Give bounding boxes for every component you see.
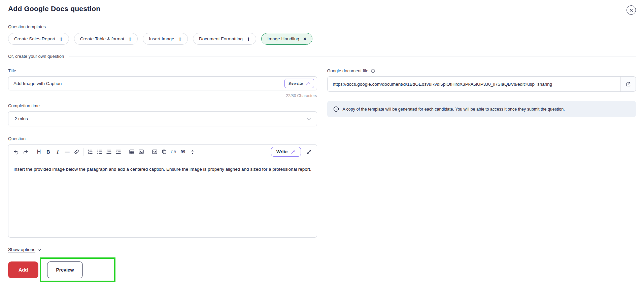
- editor-toolbar: H B I —: [8, 145, 317, 159]
- divider-line: [69, 56, 636, 56]
- chip-label: Insert Image: [149, 36, 174, 41]
- write-label: Write: [276, 149, 288, 154]
- add-google-docs-question-modal: Add Google Docs question Question templa…: [0, 0, 644, 282]
- chevron-down-icon: [37, 247, 41, 251]
- template-chips-row: Create Sales Report + Create Table & for…: [8, 33, 636, 45]
- title-label: Title: [8, 68, 317, 73]
- close-icon: [629, 8, 634, 12]
- show-options-link[interactable]: Show options: [8, 247, 41, 252]
- bold-icon[interactable]: B: [44, 148, 53, 156]
- question-templates-label: Question templates: [8, 24, 636, 29]
- template-chip-create-table-format[interactable]: Create Table & format +: [74, 33, 138, 45]
- code-badge-icon[interactable]: CB: [169, 148, 178, 156]
- highlight-box: Preview: [40, 257, 115, 282]
- plus-icon: +: [59, 36, 63, 42]
- rewrite-label: Rewrite: [289, 81, 303, 86]
- copy-icon[interactable]: [160, 148, 168, 156]
- footer-actions: Add Preview: [8, 257, 317, 282]
- indent-increase-icon[interactable]: [105, 148, 113, 156]
- chevron-down-icon: [307, 116, 311, 120]
- toolbar-separator: [125, 148, 125, 156]
- template-copy-note: A copy of the template will be generated…: [327, 101, 636, 117]
- italic-icon[interactable]: I: [54, 148, 62, 156]
- info-icon: [333, 106, 339, 112]
- open-external-button[interactable]: [620, 77, 636, 91]
- title-input-wrap: Rewrite: [8, 76, 317, 90]
- redo-icon[interactable]: [21, 148, 30, 156]
- plus-icon: +: [178, 36, 182, 42]
- question-editor: H B I —: [8, 144, 317, 238]
- expand-vertical-icon[interactable]: [188, 148, 197, 156]
- note-text: A copy of the template will be generated…: [343, 107, 565, 112]
- chip-label: Create Sales Report: [14, 36, 55, 41]
- chip-label: Document Formatting: [199, 36, 243, 41]
- template-chip-document-formatting[interactable]: Document Formatting +: [193, 33, 256, 45]
- external-link-icon: [625, 81, 631, 87]
- add-button[interactable]: Add: [8, 261, 38, 278]
- insert-image-icon[interactable]: [137, 148, 145, 156]
- heading-icon[interactable]: H: [35, 148, 43, 156]
- unordered-list-icon[interactable]: [95, 148, 104, 156]
- undo-icon[interactable]: [12, 148, 20, 156]
- preview-button[interactable]: Preview: [47, 261, 83, 278]
- right-column: Google document file A copy of the templ…: [327, 68, 636, 282]
- ordered-list-icon[interactable]: [86, 148, 94, 156]
- horizontal-rule-icon[interactable]: —: [63, 148, 71, 156]
- title-input[interactable]: [13, 81, 281, 86]
- question-label: Question: [8, 136, 317, 141]
- plus-icon: +: [247, 36, 250, 42]
- own-question-divider: Or, create your own question: [8, 54, 636, 59]
- template-chip-insert-image[interactable]: Insert Image +: [143, 33, 188, 45]
- rewrite-button[interactable]: Rewrite: [284, 79, 314, 88]
- table-icon[interactable]: [128, 148, 136, 156]
- close-button[interactable]: [626, 5, 636, 15]
- info-icon: [371, 69, 375, 73]
- show-options-label: Show options: [8, 247, 35, 252]
- left-column: Title Rewrite 22/80 Characters Completio…: [8, 68, 317, 282]
- x-icon: ×: [303, 36, 306, 42]
- indent-decrease-icon[interactable]: [114, 148, 123, 156]
- completion-time-label: Completion time: [8, 103, 317, 108]
- chip-label: Image Handling: [267, 36, 299, 41]
- completion-time-value: 2 mins: [14, 116, 28, 121]
- modal-header: Add Google Docs question: [8, 5, 636, 15]
- code-block-icon[interactable]: [150, 148, 159, 156]
- template-chip-create-sales-report[interactable]: Create Sales Report +: [8, 33, 69, 45]
- template-chip-image-handling-selected[interactable]: Image Handling ×: [261, 33, 312, 45]
- own-question-text: Or, create your own question: [8, 54, 64, 59]
- plus-icon: +: [128, 36, 132, 42]
- blockquote-icon[interactable]: 99: [179, 148, 187, 156]
- fullscreen-icon[interactable]: [305, 148, 313, 156]
- link-icon[interactable]: [72, 148, 81, 156]
- form-columns: Title Rewrite 22/80 Characters Completio…: [8, 68, 636, 282]
- google-doc-url-wrap: [327, 76, 636, 92]
- magic-wand-icon: [291, 150, 296, 154]
- magic-wand-icon: [306, 81, 310, 86]
- google-document-file-label: Google document file: [327, 68, 636, 73]
- toolbar-separator: [32, 148, 32, 156]
- write-button[interactable]: Write: [271, 147, 301, 157]
- chip-label: Create Table & format: [80, 36, 124, 41]
- toolbar-separator: [148, 148, 148, 156]
- google-doc-url-input[interactable]: [328, 77, 621, 91]
- completion-time-select[interactable]: 2 mins: [8, 111, 317, 126]
- character-count: 22/80 Characters: [8, 93, 317, 98]
- toolbar-separator: [83, 148, 83, 156]
- question-text-area[interactable]: Insert the provided image below the para…: [8, 159, 317, 237]
- page-title: Add Google Docs question: [8, 5, 100, 13]
